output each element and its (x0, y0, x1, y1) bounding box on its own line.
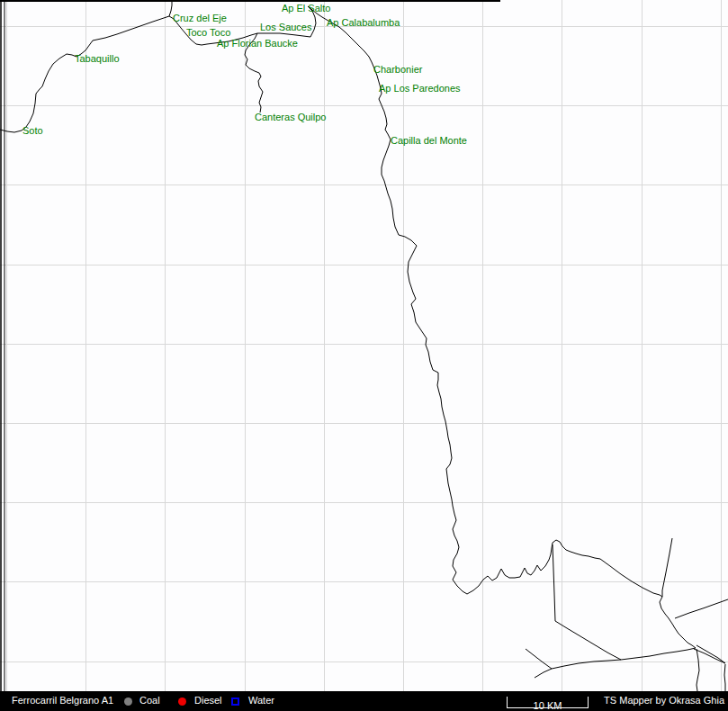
track-south-junction-line (697, 649, 699, 691)
track-wsw-line (535, 648, 696, 678)
track-canteras-quilpo-branch (245, 33, 263, 112)
railway-tracks (0, 0, 728, 691)
coal-swatch-icon (124, 698, 132, 706)
map-canvas[interactable] (0, 0, 728, 691)
water-swatch-icon (231, 698, 239, 706)
credit-text: TS Mapper by Okrasa Ghia (604, 695, 724, 706)
status-bar: Ferrocarril Belgrano A1 CoalDieselWater … (0, 691, 728, 711)
scale-bar: 10 KM (507, 697, 589, 708)
track-steep-diagonal-branch (553, 544, 621, 660)
track-east-branch (675, 599, 728, 618)
track-main-line (0, 6, 696, 648)
legend: CoalDieselWater (0, 691, 504, 711)
legend-label: Water (248, 695, 274, 706)
scale-label: 10 KM (534, 700, 562, 711)
grid-lines (0, 0, 728, 691)
diesel-swatch-icon (178, 698, 186, 706)
route-boundary (0, 0, 500, 691)
legend-label: Coal (139, 695, 160, 706)
track-apex-south-line (724, 664, 725, 691)
ts-mapper-window: Cruz del EjeToco TocoAp El SaltoLos Sauc… (0, 0, 728, 711)
track-wsw-stub (526, 649, 552, 669)
legend-label: Diesel (194, 695, 222, 706)
track-north-straight-line (662, 538, 672, 597)
track-cruz-del-eje-north-branch (169, 0, 172, 16)
